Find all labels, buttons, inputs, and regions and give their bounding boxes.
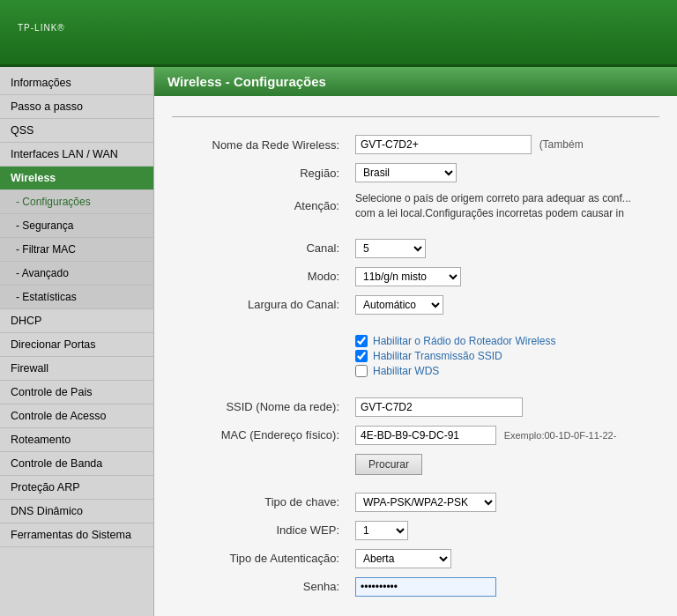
sidebar: InformaçõesPasso a passoQSSInterfaces LA…: [0, 67, 154, 616]
largura-select[interactable]: Automático20MHz40MHz: [355, 295, 443, 315]
indice-wep-field: 1234: [348, 516, 659, 545]
modo-label: Modo:: [172, 263, 348, 291]
region-select[interactable]: BrasilEstados UnidosEuropa: [355, 163, 457, 182]
sidebar-item-protecao-arp[interactable]: Proteção ARP: [0, 476, 153, 500]
top-divider: [172, 116, 659, 117]
attention-row: Atenção: Selecione o país de origem corr…: [172, 187, 659, 226]
main-container: InformaçõesPasso a passoQSSInterfaces LA…: [0, 67, 677, 616]
canal-row: Canal: 12345678910111213: [172, 234, 659, 263]
indice-wep-label: Indice WEP:: [172, 516, 348, 545]
sidebar-item-informacoes[interactable]: Informações: [0, 71, 153, 95]
sidebar-item-roteamento[interactable]: Roteamento: [0, 428, 153, 452]
sidebar-item-filtrar-mac[interactable]: - Filtrar MAC: [0, 238, 153, 262]
content-area: Wireless - Configurações Nome da Rede Wi…: [154, 67, 677, 616]
senha-input[interactable]: [355, 577, 496, 597]
spacer-row1: [172, 226, 659, 234]
header: TP-LINK®: [0, 0, 677, 67]
mac-example: Exemplo:00-1D-0F-11-22-: [504, 430, 617, 441]
attention-label: Atenção:: [172, 187, 348, 226]
spacer-row5: [172, 601, 659, 610]
region-label: Região:: [172, 159, 348, 187]
tipo-autenticacao-label: Tipo de Autenticação:: [172, 545, 348, 573]
sidebar-item-qss[interactable]: QSS: [0, 119, 153, 143]
sidebar-item-controle-de-acesso[interactable]: Controle de Acesso: [0, 404, 153, 428]
sidebar-item-firewall[interactable]: Firewall: [0, 357, 153, 381]
modo-field: 11b/g/n misto11b only11g only11n only: [348, 263, 659, 291]
checkbox1-label[interactable]: Habilitar o Rádio do Roteador Wireless: [373, 335, 555, 347]
mac-input[interactable]: [355, 426, 496, 445]
largura-label: Largura do Canal:: [172, 291, 348, 319]
canal-field: 12345678910111213: [348, 234, 659, 263]
ssid-row: SSID (Nome da rede):: [172, 393, 659, 421]
logo-tm: ®: [57, 23, 64, 33]
logo: TP-LINK®: [18, 16, 659, 48]
indice-wep-row: Indice WEP: 1234: [172, 516, 659, 545]
page-title-bar: Wireless - Configurações: [154, 67, 677, 96]
tipo-chave-field: WPA-PSK/WPA2-PSKWEPNenhuma: [348, 488, 659, 516]
sidebar-item-estatisticas[interactable]: - Estatísticas: [0, 286, 153, 309]
tipo-autenticacao-row: Tipo de Autenticação: AbertaCompartilhad…: [172, 545, 659, 573]
sidebar-item-passo-a-passo[interactable]: Passo a passo: [0, 95, 153, 119]
largura-row: Largura do Canal: Automático20MHz40MHz: [172, 291, 659, 319]
checkbox1-container: Habilitar o Rádio do Roteador Wireless: [355, 335, 652, 347]
tipo-autenticacao-select[interactable]: AbertaCompartilhada: [355, 549, 451, 568]
ssid-input[interactable]: [355, 397, 523, 417]
modo-row: Modo: 11b/g/n misto11b only11g only11n o…: [172, 263, 659, 291]
canal-select[interactable]: 12345678910111213: [355, 239, 426, 258]
network-name-field: (Também: [348, 130, 659, 159]
sidebar-item-avancado[interactable]: - Avançado: [0, 262, 153, 286]
sidebar-item-controle-de-banda[interactable]: Controle de Banda: [0, 452, 153, 476]
ssid-field: [348, 393, 659, 421]
sidebar-item-direcionar-portas[interactable]: Direcionar Portas: [0, 333, 153, 357]
mac-field: Exemplo:00-1D-0F-11-22-: [348, 421, 659, 449]
logo-text: TP-LINK: [18, 23, 57, 33]
checkbox-wds[interactable]: [355, 365, 368, 377]
sidebar-item-seguranca[interactable]: - Segurança: [0, 214, 153, 238]
indice-wep-select[interactable]: 1234: [355, 521, 408, 540]
spacer-row3: [172, 384, 659, 393]
mac-label: MAC (Endereço físico):: [172, 421, 348, 449]
sidebar-item-dhcp[interactable]: DHCP: [0, 309, 153, 333]
checkbox3-container: Habilitar WDS: [355, 365, 652, 377]
senha-field: [348, 573, 659, 601]
tipo-chave-row: Tipo de chave: WPA-PSK/WPA2-PSKWEPNenhum…: [172, 488, 659, 516]
sidebar-item-wireless[interactable]: Wireless: [0, 167, 153, 190]
attention-field: Selecione o país de origem correto para …: [348, 187, 659, 226]
network-name-label: Nome da Rede Wireless:: [172, 130, 348, 159]
checkbox2-label[interactable]: Habilitar Transmissão SSID: [373, 350, 502, 362]
checkbox3-label[interactable]: Habilitar WDS: [373, 365, 439, 377]
region-row: Região: BrasilEstados UnidosEuropa: [172, 159, 659, 187]
region-field: BrasilEstados UnidosEuropa: [348, 159, 659, 187]
sidebar-item-controle-de-pais[interactable]: Controle de Pais: [0, 381, 153, 404]
spacer-row4: [172, 479, 659, 488]
canal-label: Canal:: [172, 234, 348, 263]
senha-label: Senha:: [172, 573, 348, 601]
checkbox-ssid-transmit[interactable]: [355, 350, 368, 362]
also-text: (Também: [539, 138, 584, 151]
page-title: Wireless - Configurações: [167, 74, 664, 89]
spacer-row2: [172, 319, 659, 328]
procurar-button[interactable]: Procurar: [355, 454, 422, 475]
checkbox-row1: Habilitar o Rádio do Roteador Wireless H…: [172, 328, 659, 384]
form-table: Nome da Rede Wireless: (Também Região: B…: [172, 130, 659, 610]
mac-row: MAC (Endereço físico): Exemplo:00-1D-0F-…: [172, 421, 659, 449]
sidebar-item-interfaces-lan-wan[interactable]: Interfaces LAN / WAN: [0, 143, 153, 167]
senha-row: Senha:: [172, 573, 659, 601]
modo-select[interactable]: 11b/g/n misto11b only11g only11n only: [355, 267, 461, 286]
network-name-row: Nome da Rede Wireless: (Também: [172, 130, 659, 159]
checkbox2-container: Habilitar Transmissão SSID: [355, 350, 652, 362]
sidebar-item-dns-dinamico[interactable]: DNS Dinâmico: [0, 500, 153, 523]
content-inner: Nome da Rede Wireless: (Também Região: B…: [154, 96, 677, 616]
checkbox-radio-enable[interactable]: [355, 335, 368, 347]
sidebar-item-configuracoes[interactable]: - Configurações: [0, 190, 153, 214]
tipo-autenticacao-field: AbertaCompartilhada: [348, 545, 659, 573]
tipo-chave-select[interactable]: WPA-PSK/WPA2-PSKWEPNenhuma: [355, 493, 496, 512]
sidebar-item-ferramentas-do-sistema[interactable]: Ferramentas do Sistema: [0, 523, 153, 547]
attention-text: Selecione o país de origem correto para …: [355, 192, 631, 219]
largura-field: Automático20MHz40MHz: [348, 291, 659, 319]
ssid-label: SSID (Nome da rede):: [172, 393, 348, 421]
procurar-row: Procurar: [172, 449, 659, 479]
network-name-input[interactable]: [355, 135, 532, 154]
tipo-chave-label: Tipo de chave:: [172, 488, 348, 516]
